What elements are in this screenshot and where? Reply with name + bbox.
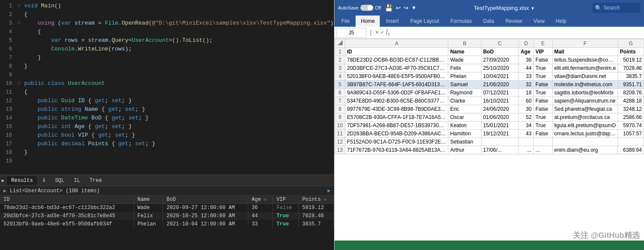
cell-c1[interactable]: BoD (481, 48, 519, 56)
tab-sql[interactable]: SQL (51, 176, 69, 185)
cell-c6[interactable]: 07/12/2021 (481, 89, 519, 97)
cell-a11[interactable]: 2D263BBA-BECD-954B-D209-A386AAC6D23E (345, 130, 448, 138)
search-input[interactable] (603, 5, 638, 11)
cell-g9[interactable]: 2586.66 (618, 113, 644, 122)
cell-g5[interactable]: 9351.71 (618, 81, 644, 89)
cell-b6[interactable]: Raymond (448, 89, 481, 97)
cancel-formula-icon[interactable]: ✕ (375, 28, 378, 37)
cell-a4[interactable]: 52013BF0-9AEB-48E6-E5F5-9500AFB034F (345, 72, 448, 81)
cell-a3[interactable]: 20D3BFCE-27C3-AD3E-4F70-35C81C7E8E45 (345, 64, 448, 72)
cell-e13[interactable]: ... (534, 146, 553, 154)
cell-b11[interactable]: Hamilton (448, 130, 481, 138)
cell-a12[interactable]: F5152AD0-9C1A-D725-F0C9-11E93F2E3AFE (345, 138, 448, 146)
tab-insert[interactable]: Insert (381, 16, 404, 27)
col-header-c[interactable]: C (481, 39, 519, 48)
col-header-g[interactable]: G (618, 39, 644, 48)
tab-lambda[interactable]: λ (38, 176, 50, 185)
cell-g7[interactable]: 4288.18 (618, 97, 644, 105)
dropdown-icon[interactable]: ▼ (531, 6, 535, 11)
tab-tree[interactable]: Tree (85, 176, 106, 185)
cell-b5[interactable]: Samuel (448, 81, 481, 89)
tab-review[interactable]: Review (500, 16, 527, 27)
cell-f1[interactable]: Mail (552, 48, 618, 56)
cell-d8[interactable]: 30 (519, 105, 533, 113)
cell-e9[interactable]: True (534, 113, 553, 122)
cell-f4[interactable]: vitae@diamDuismi.net (552, 72, 618, 81)
cell-g11[interactable]: 1057.57 (618, 130, 644, 138)
customize-icon[interactable]: ▼ (411, 5, 416, 11)
cell-e8[interactable]: False (534, 105, 553, 113)
cell-e4[interactable]: True (534, 72, 553, 81)
cell-b10[interactable]: Keaton (448, 122, 481, 130)
cell-d1[interactable]: Age (519, 48, 533, 56)
cell-a13[interactable]: 71F7672B-9763-6119-3A64-8825AB13AD16 (345, 146, 448, 154)
autosave-toggle[interactable] (360, 5, 373, 11)
cell-a2[interactable]: 78DE23D2-DCB6-BD3D-EC67-C112BBC322A2 (345, 56, 448, 64)
cell-e6[interactable]: True (534, 89, 553, 97)
table-row[interactable]: 20d3bfce-27c3-ad3e-4f70-35c81c7e8e45 Fel… (0, 212, 334, 220)
cell-b7[interactable]: Clarke (448, 97, 481, 105)
cell-f12[interactable] (552, 138, 618, 146)
tab-il[interactable]: IL (69, 176, 84, 185)
col-header-f[interactable]: F (552, 39, 618, 48)
cell-b1[interactable]: Name (448, 48, 481, 56)
cell-a8[interactable]: 9977679E-43DE-3C99-8B98-7B9D0AE31A50 (345, 105, 448, 113)
insert-function-icon[interactable]: fx (386, 28, 390, 37)
cell-c9[interactable]: 01/06/2020 (481, 113, 519, 122)
cell-g10[interactable]: 5970.74 (618, 122, 644, 130)
col-header-e[interactable]: E (534, 39, 553, 48)
search-box[interactable]: 🔍 (592, 3, 641, 13)
cell-a10[interactable]: 7DF57981-A268-8B87-DE57-1B5397305C8A (345, 122, 448, 130)
cell-g4[interactable]: 3835.7 (618, 72, 644, 81)
tab-home[interactable]: Home (356, 16, 380, 27)
cell-f9[interactable]: at.pretium@orcilacus.ca (552, 113, 618, 122)
cell-f2[interactable]: tellus.Suspendisse@congue (552, 56, 618, 64)
cell-g1[interactable]: Points (618, 48, 644, 56)
cell-d10[interactable]: 34 (519, 122, 533, 130)
cell-c3[interactable]: 25/10/2020 (481, 64, 519, 72)
cell-e5[interactable]: False (534, 81, 553, 89)
cell-g12[interactable] (618, 138, 644, 146)
cell-c4[interactable]: 10/04/2021 (481, 72, 519, 81)
cell-g3[interactable]: 7028.46 (618, 64, 644, 72)
cell-e11[interactable]: False (534, 130, 553, 138)
cell-a9[interactable]: E5708C2B-930A-CFFA-1F18-7E7A16A56EF1 (345, 113, 448, 122)
col-header-a[interactable]: A (345, 39, 448, 48)
tab-formulas[interactable]: Formulas (445, 16, 477, 27)
cell-c7[interactable]: 16/10/2021 (481, 97, 519, 105)
cell-e2[interactable]: False (534, 56, 553, 64)
cell-reference-input[interactable] (336, 28, 366, 38)
table-row[interactable]: 78de23d2-dcb6-bd3d-ec67-c112bbc322a2 Wad… (0, 204, 334, 212)
cell-e7[interactable]: False (534, 97, 553, 105)
cell-a1[interactable]: ID (345, 48, 448, 56)
cell-b8[interactable]: Eric (448, 105, 481, 113)
cell-b2[interactable]: Wade (448, 56, 481, 64)
cell-e1[interactable]: VIP (534, 48, 553, 56)
cell-d7[interactable]: 60 (519, 97, 533, 105)
confirm-formula-icon[interactable]: ✓ (381, 28, 384, 37)
cell-c5[interactable]: 21/06/2020 (481, 81, 519, 89)
cell-a6[interactable]: 9A989C43-D55F-5306-0D2F-0FBAFAE135BB (345, 89, 448, 97)
cell-d11[interactable]: 43 (519, 130, 533, 138)
redo-icon[interactable]: ↪ (403, 4, 409, 11)
cell-a7[interactable]: 5347E8D0-4902-B300-6C5E-B60C9377A5AF (345, 97, 448, 105)
tab-results[interactable]: Results (7, 176, 37, 185)
list-expand-icon[interactable]: ▶ (3, 188, 6, 194)
formula-input[interactable] (391, 28, 642, 38)
cell-d6[interactable]: 18 (519, 89, 533, 97)
cell-f7[interactable]: sapien@Aliquamrutrum.ne (552, 97, 618, 105)
cell-c8[interactable]: 24/06/2020 (481, 105, 519, 113)
cell-f10[interactable]: ligula.elit.pretium@ipsumD (552, 122, 618, 130)
cell-d3[interactable]: 44 (519, 64, 533, 72)
cell-f6[interactable]: sagittis.lobortis@leoMorbi (552, 89, 618, 97)
tab-file[interactable]: File (336, 16, 355, 27)
cell-d5[interactable]: 32 (519, 81, 533, 89)
cell-f11[interactable]: ornare.lectus.justo@dapibu (552, 130, 618, 138)
cell-b13[interactable]: Arthur (448, 146, 481, 154)
col-header-d[interactable]: D (519, 39, 533, 48)
col-header-b[interactable]: B (448, 39, 481, 48)
undo-icon[interactable]: ↩ (396, 4, 401, 11)
cell-f5[interactable]: molestie.in@etnetus.com (552, 81, 618, 89)
tab-page-layout[interactable]: Page Layout (405, 16, 444, 27)
cell-e12[interactable] (534, 138, 553, 146)
